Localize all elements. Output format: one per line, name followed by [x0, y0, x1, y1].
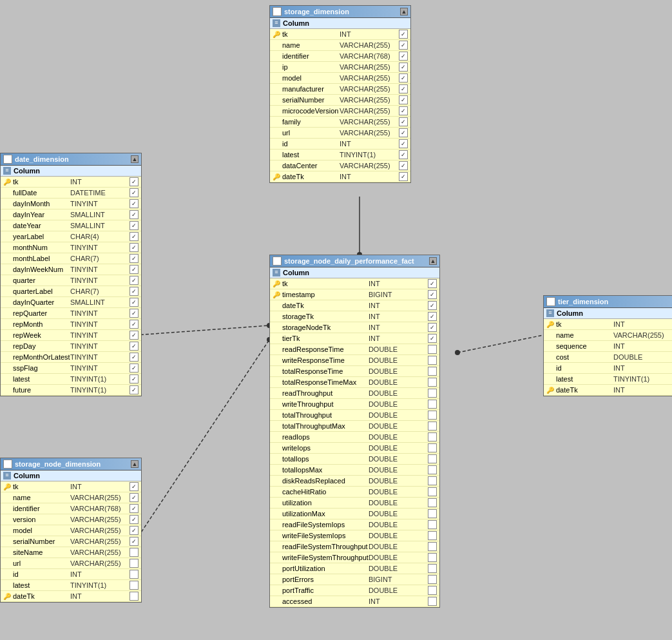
- column-name: utilizationMax: [282, 510, 369, 518]
- column-checkbox[interactable]: [428, 531, 437, 540]
- column-checkbox[interactable]: [428, 597, 437, 606]
- column-checkbox[interactable]: [428, 553, 437, 562]
- column-checkbox[interactable]: ✓: [399, 52, 408, 61]
- column-checkbox[interactable]: ✓: [130, 537, 139, 546]
- column-checkbox[interactable]: [130, 581, 139, 590]
- column-type: DOUBLE: [369, 554, 427, 561]
- column-checkbox[interactable]: ✓: [130, 331, 139, 340]
- column-checkbox[interactable]: ✓: [399, 73, 408, 82]
- column-checkbox[interactable]: ✓: [130, 210, 139, 219]
- column-checkbox[interactable]: ✓: [399, 150, 408, 159]
- column-checkbox[interactable]: [428, 454, 437, 463]
- column-checkbox[interactable]: ✓: [399, 84, 408, 93]
- column-checkbox[interactable]: [428, 476, 437, 485]
- column-checkbox[interactable]: [428, 498, 437, 507]
- table-row: urlVARCHAR(255): [1, 558, 141, 569]
- column-checkbox[interactable]: [428, 367, 437, 376]
- column-checkbox[interactable]: ✓: [428, 323, 437, 332]
- table-scroll-button[interactable]: ▲: [429, 257, 437, 265]
- column-checkbox[interactable]: ✓: [399, 95, 408, 104]
- column-checkbox[interactable]: [428, 575, 437, 584]
- column-checkbox[interactable]: ✓: [428, 279, 437, 288]
- column-checkbox[interactable]: ✓: [428, 334, 437, 343]
- column-checkbox[interactable]: [428, 586, 437, 595]
- table-row: repDayTINYINT✓: [1, 341, 141, 352]
- column-checkbox[interactable]: [428, 422, 437, 431]
- column-checkbox[interactable]: ✓: [130, 385, 139, 394]
- column-name: dateTk: [282, 302, 369, 309]
- column-checkbox[interactable]: ✓: [130, 276, 139, 285]
- column-checkbox[interactable]: ✓: [130, 493, 139, 502]
- column-checkbox[interactable]: [428, 356, 437, 365]
- column-checkbox[interactable]: ✓: [130, 320, 139, 329]
- column-checkbox[interactable]: ✓: [130, 526, 139, 535]
- column-checkbox[interactable]: ✓: [130, 309, 139, 318]
- column-checkbox[interactable]: ✓: [399, 172, 408, 181]
- table-row: readResponseTimeDOUBLE: [270, 344, 439, 355]
- column-checkbox[interactable]: [428, 520, 437, 529]
- column-checkbox[interactable]: ✓: [130, 515, 139, 524]
- column-checkbox[interactable]: ✓: [399, 30, 408, 39]
- column-checkbox[interactable]: ✓: [130, 232, 139, 241]
- column-checkbox[interactable]: ✓: [399, 139, 408, 148]
- column-type: TINYINT: [70, 320, 128, 328]
- column-checkbox[interactable]: ✓: [130, 374, 139, 383]
- column-checkbox[interactable]: ✓: [399, 128, 408, 137]
- column-checkbox[interactable]: ✓: [428, 312, 437, 321]
- column-checkbox[interactable]: [130, 559, 139, 568]
- column-checkbox[interactable]: [428, 465, 437, 474]
- table-row: diskReadsReplacedDOUBLE: [270, 476, 439, 487]
- column-checkbox[interactable]: [428, 542, 437, 551]
- column-checkbox[interactable]: [428, 509, 437, 518]
- column-checkbox[interactable]: ✓: [130, 504, 139, 513]
- column-checkbox[interactable]: [428, 400, 437, 409]
- column-checkbox[interactable]: [428, 443, 437, 452]
- column-type: INT: [369, 302, 427, 309]
- column-type: DOUBLE: [369, 565, 427, 572]
- column-checkbox[interactable]: ✓: [399, 41, 408, 50]
- column-checkbox[interactable]: ✓: [130, 353, 139, 362]
- column-checkbox[interactable]: [428, 432, 437, 441]
- column-checkbox[interactable]: ✓: [130, 254, 139, 263]
- column-checkbox[interactable]: ✓: [130, 298, 139, 307]
- column-checkbox[interactable]: ✓: [130, 287, 139, 296]
- column-checkbox[interactable]: [130, 592, 139, 601]
- column-checkbox[interactable]: ✓: [399, 63, 408, 72]
- column-name: name: [282, 41, 340, 49]
- column-type: DOUBLE: [369, 543, 427, 550]
- column-checkbox[interactable]: ✓: [130, 199, 139, 208]
- column-checkbox[interactable]: ✓: [130, 221, 139, 230]
- column-checkbox[interactable]: ✓: [130, 482, 139, 491]
- column-checkbox[interactable]: [428, 487, 437, 496]
- column-checkbox[interactable]: ✓: [399, 106, 408, 115]
- table-scroll-button[interactable]: ▲: [131, 155, 139, 163]
- column-checkbox[interactable]: ✓: [130, 364, 139, 373]
- column-checkbox[interactable]: [130, 548, 139, 557]
- column-name: siteName: [13, 548, 70, 556]
- column-checkbox[interactable]: ✓: [399, 161, 408, 170]
- column-type: DOUBLE: [369, 532, 427, 539]
- column-checkbox[interactable]: ✓: [428, 301, 437, 310]
- table-row: identifierVARCHAR(768)✓: [1, 503, 141, 514]
- table-row: modelVARCHAR(255)✓: [1, 525, 141, 536]
- table-row: 🔑tkINT✓: [544, 319, 672, 330]
- column-name: totalThroughput: [282, 411, 369, 419]
- column-checkbox[interactable]: ✓: [399, 117, 408, 126]
- column-checkbox[interactable]: [130, 570, 139, 579]
- column-checkbox[interactable]: [428, 411, 437, 420]
- column-checkbox[interactable]: [428, 378, 437, 387]
- table-scroll-button[interactable]: ▲: [131, 460, 139, 468]
- column-type: TINYINT(1): [70, 581, 128, 589]
- column-checkbox[interactable]: ✓: [130, 188, 139, 197]
- column-checkbox[interactable]: [428, 345, 437, 354]
- column-checkbox[interactable]: ✓: [130, 342, 139, 351]
- table-scroll-button[interactable]: ▲: [400, 8, 408, 15]
- table-row: 🔑tkINT✓: [270, 29, 410, 40]
- column-checkbox[interactable]: ✓: [428, 290, 437, 299]
- column-checkbox[interactable]: ✓: [130, 177, 139, 186]
- column-checkbox[interactable]: ✓: [130, 243, 139, 252]
- primary-key-icon: 🔑: [3, 179, 11, 186]
- column-checkbox[interactable]: [428, 389, 437, 398]
- column-checkbox[interactable]: ✓: [130, 265, 139, 274]
- column-checkbox[interactable]: [428, 564, 437, 573]
